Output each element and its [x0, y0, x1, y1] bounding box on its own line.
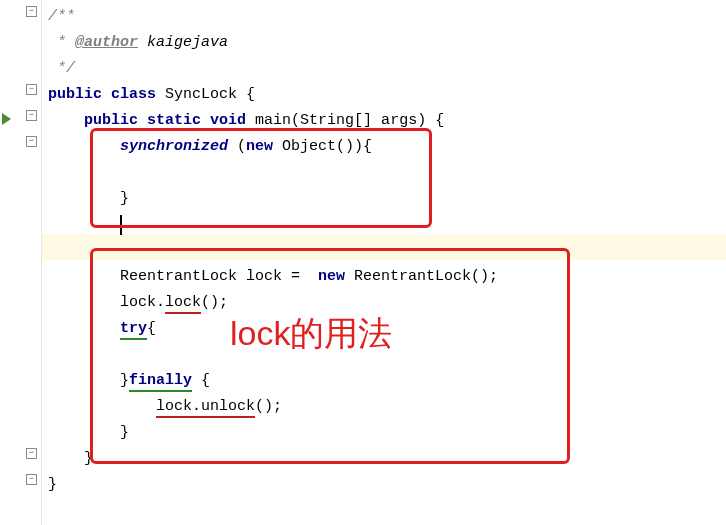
- code-line[interactable]: }: [48, 472, 726, 498]
- code-line[interactable]: public static void main(String[] args) {: [48, 108, 726, 134]
- code-line[interactable]: }: [48, 186, 726, 212]
- code-line[interactable]: [48, 342, 726, 368]
- code-line[interactable]: try{: [48, 316, 726, 342]
- code-line[interactable]: /**: [48, 4, 726, 30]
- code-line[interactable]: }: [48, 446, 726, 472]
- code-line[interactable]: [48, 238, 726, 264]
- fold-toggle-icon[interactable]: −: [26, 448, 37, 459]
- code-line[interactable]: */: [48, 56, 726, 82]
- fold-toggle-icon[interactable]: −: [26, 110, 37, 121]
- code-line[interactable]: lock.lock();: [48, 290, 726, 316]
- fold-toggle-icon[interactable]: −: [26, 6, 37, 17]
- run-icon[interactable]: [2, 113, 11, 125]
- code-line[interactable]: synchronized (new Object()){: [48, 134, 726, 160]
- fold-toggle-icon[interactable]: −: [26, 136, 37, 147]
- code-line[interactable]: }: [48, 420, 726, 446]
- code-line[interactable]: lock.unlock();: [48, 394, 726, 420]
- code-line[interactable]: [48, 160, 726, 186]
- caret: [120, 215, 122, 235]
- code-area[interactable]: /** * @author kaigejava */ public class …: [42, 0, 726, 525]
- code-line[interactable]: }finally {: [48, 368, 726, 394]
- code-line[interactable]: public class SyncLock {: [48, 82, 726, 108]
- fold-toggle-icon[interactable]: −: [26, 474, 37, 485]
- code-line[interactable]: * @author kaigejava: [48, 30, 726, 56]
- code-editor[interactable]: − − − − − − /** * @author kaigejava */ p…: [0, 0, 726, 525]
- code-line[interactable]: ReentrantLock lock = new ReentrantLock()…: [48, 264, 726, 290]
- code-line[interactable]: [48, 212, 726, 238]
- fold-toggle-icon[interactable]: −: [26, 84, 37, 95]
- gutter: − − − − − −: [0, 0, 42, 525]
